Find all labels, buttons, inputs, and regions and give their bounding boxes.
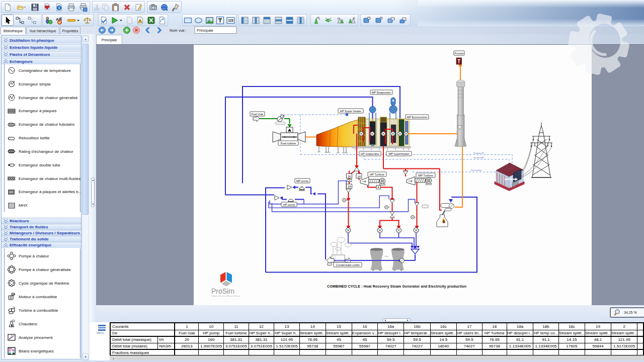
svg-text:18: 18 [348,185,351,188]
svg-text:C: C [60,16,62,20]
svg-text:MP superheater: MP superheater [388,152,409,155]
svg-text:tower: tower [384,255,389,257]
svg-text:COMBINED CYCLE : Heat Recovery: COMBINED CYCLE : Heat Recovery Steam Gen… [327,285,466,289]
svg-text:MP pump: MP pump [296,179,309,183]
svg-text:GN: GN [12,293,15,296]
svg-text:14: 14 [357,175,361,178]
svg-text:Condensate outlet: Condensate outlet [336,263,359,266]
svg-text:Software & Services in Process: Software & Services in Process Simulatio… [212,295,240,297]
svg-text:HP pump: HP pump [283,203,295,206]
svg-text:ProSim: ProSim [211,287,234,295]
svg-text:MP Evaporator: MP Evaporator [372,91,391,94]
svg-text:W turbine HP: W turbine HP [473,152,484,154]
svg-text:MP Economizer: MP Economizer [407,116,428,119]
svg-text:HP evaporator: HP evaporator [361,152,379,155]
svg-text:W fuel turbine: W fuel turbine [471,169,482,171]
svg-text:123: 123 [228,19,233,22]
svg-text:HP Super heater: HP Super heater [340,110,361,113]
svg-text:Nom vue :: Nom vue : [170,28,187,33]
svg-text:Fuel turbine: Fuel turbine [281,142,296,145]
svg-text:!: ! [140,20,141,23]
svg-text:MP Turbine: MP Turbine [418,174,433,177]
svg-text:W turbine MP: W turbine MP [473,157,485,159]
svg-text:Fumes: Fumes [455,52,464,55]
svg-text:HP Turbine: HP Turbine [370,173,384,176]
svg-text:Principale: Principale [197,28,213,33]
svg-text:16: 16 [348,175,351,178]
svg-text:i: i [58,6,59,10]
svg-text:Fuel Gas: Fuel Gas [252,113,264,116]
